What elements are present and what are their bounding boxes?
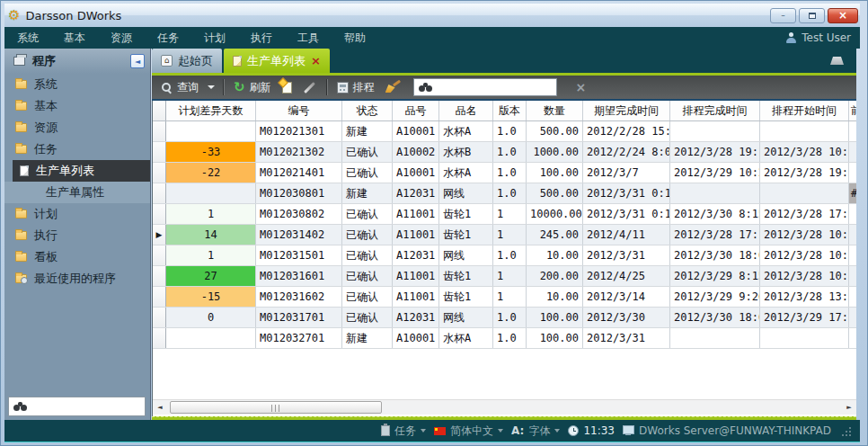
col-sched-finish[interactable]: 排程完成时间	[670, 101, 760, 120]
menu-help[interactable]: 帮助	[332, 27, 378, 49]
row-selector[interactable]	[153, 204, 166, 224]
col-status[interactable]: 状态	[342, 101, 393, 120]
sidebar-search-input[interactable]	[31, 400, 166, 413]
sidebar-item-task[interactable]: 任务	[4, 138, 150, 160]
scrollbar-thumb[interactable]	[170, 401, 382, 414]
menu-resource[interactable]: 资源	[98, 27, 145, 49]
row-selector[interactable]	[153, 308, 166, 327]
maximize-button[interactable]	[799, 8, 825, 23]
pin-tabs-icon[interactable]	[830, 57, 844, 65]
col-expected-finish[interactable]: 期望完成时间	[583, 101, 670, 120]
edit-button[interactable]	[297, 77, 322, 97]
cell: A12031	[393, 308, 439, 327]
toolbar-search-input[interactable]	[437, 81, 571, 94]
minimize-button[interactable]: –	[770, 8, 796, 23]
sidebar-item-system[interactable]: 系统	[4, 74, 150, 95]
tab-start-page[interactable]: ⌂ 起始页	[152, 49, 222, 73]
row-selector[interactable]	[153, 266, 166, 286]
table-row[interactable]: 1M012030802已确认A11001齿轮1110000.002012/3/3…	[153, 204, 856, 225]
col-plan-diff-days[interactable]: 计划差异天数	[166, 101, 256, 120]
table-row[interactable]: 27M012031601已确认A11001齿轮11200.002012/4/25…	[153, 266, 856, 287]
cell	[670, 328, 760, 348]
scroll-right-icon[interactable]: ►	[842, 400, 856, 415]
tab-production-order-list[interactable]: 生产单列表 ×	[224, 49, 330, 73]
refresh-icon: ↻	[234, 81, 245, 94]
row-selector-marker[interactable]: ▶	[153, 225, 166, 245]
col-item-name[interactable]: 品名	[439, 101, 493, 120]
sidebar-item-kanban[interactable]: 看板	[4, 246, 150, 268]
menu-basic[interactable]: 基本	[51, 27, 98, 49]
sidebar-item-execute[interactable]: 执行	[4, 225, 150, 246]
cell: 水杯A	[439, 163, 493, 183]
col-clipped[interactable]: 前	[849, 101, 856, 120]
row-selector[interactable]	[153, 287, 166, 307]
menu-execute[interactable]: 执行	[238, 27, 285, 49]
menu-system[interactable]: 系统	[4, 27, 51, 49]
scroll-left-icon[interactable]: ◄	[153, 400, 167, 415]
row-selector[interactable]	[153, 163, 166, 183]
row-selector[interactable]	[153, 142, 166, 162]
sidebar-item-resource[interactable]: 资源	[4, 117, 150, 138]
cell: A10001	[393, 328, 439, 348]
cell	[849, 245, 856, 265]
cell: 1.0	[493, 245, 527, 265]
cell: 2012/3/30 8:15	[670, 204, 760, 224]
time-value: 11:33	[583, 424, 615, 437]
query-button[interactable]: 查询	[155, 77, 204, 97]
clean-button[interactable]	[380, 77, 406, 97]
table-row[interactable]: -33M012021302已确认A10002水杯B1.01000.002012/…	[153, 142, 856, 163]
col-version[interactable]: 版本	[493, 101, 527, 120]
toolbar-search-clear-icon[interactable]: ×	[576, 81, 587, 94]
close-button[interactable]: ×	[828, 8, 858, 23]
sidebar-item-plan[interactable]: 计划	[4, 203, 150, 225]
refresh-button[interactable]: ↻ 刷新	[228, 77, 277, 97]
table-row[interactable]: M012021301新建A10001水杯A1.0500.002012/2/28 …	[153, 121, 856, 142]
table-row[interactable]: -15M012031602已确认A11001齿轮1110.002012/3/14…	[153, 287, 856, 308]
sidebar-item-basic[interactable]: 基本	[4, 95, 150, 117]
table-row[interactable]: 1M012031501已确认A12031网线1.010.002012/3/312…	[153, 245, 856, 266]
broom-icon	[385, 80, 401, 94]
folder-icon	[15, 231, 27, 240]
current-user[interactable]: Test User	[786, 31, 860, 44]
document-icon	[233, 56, 242, 67]
col-code[interactable]: 编号	[256, 101, 342, 120]
status-task[interactable]: 任务	[381, 424, 426, 439]
menu-plan[interactable]: 计划	[191, 27, 238, 49]
new-button[interactable]	[277, 77, 297, 97]
sidebar-item-recent-programs[interactable]: 最近使用的程序	[4, 268, 150, 290]
col-sched-start[interactable]: 排程开始时间	[760, 101, 849, 120]
row-selector[interactable]	[153, 183, 166, 203]
cell	[760, 328, 849, 348]
col-item-no[interactable]: 品号	[393, 101, 439, 120]
status-font[interactable]: A: 字体	[511, 424, 560, 439]
cell: 1	[493, 204, 527, 224]
table-row[interactable]: -22M012021401已确认A10001水杯A1.0100.002012/3…	[153, 163, 856, 183]
cell	[166, 328, 256, 348]
row-selector[interactable]	[153, 328, 166, 348]
schedule-button[interactable]: 排程	[332, 77, 380, 97]
query-dropdown[interactable]	[204, 77, 218, 97]
table-row[interactable]: M012032701新建A10001水杯A1.0100.002012/3/31	[153, 328, 856, 349]
status-language[interactable]: 简体中文	[434, 424, 503, 439]
row-selector[interactable]	[153, 121, 166, 141]
cell: 齿轮1	[439, 287, 493, 307]
cell: M012031701	[256, 308, 342, 327]
cell	[849, 225, 856, 245]
table-row[interactable]: 0M012031701已确认A12031网线1.0100.002012/3/30…	[153, 308, 856, 328]
resize-grip[interactable]	[841, 426, 851, 436]
tab-close-icon[interactable]: ×	[311, 55, 321, 67]
cell	[760, 121, 849, 141]
menu-tools[interactable]: 工具	[285, 27, 332, 49]
table-row[interactable]: ▶14M012031402已确认A11001齿轮11245.002012/4/1…	[153, 225, 856, 245]
table-row[interactable]: M012030801新建A12031网线1.0500.002012/3/31 0…	[153, 183, 856, 204]
menu-task[interactable]: 任务	[145, 27, 191, 49]
sidebar-collapse-button[interactable]: ◄	[130, 54, 145, 68]
cell: A10001	[393, 121, 439, 141]
sidebar-item-production-order-list[interactable]: 生产单列表	[13, 160, 150, 182]
col-qty[interactable]: 数量	[527, 101, 583, 120]
cell: A11001	[393, 225, 439, 245]
horizontal-scrollbar[interactable]: ◄ ►	[153, 399, 856, 415]
sidebar-item-production-order-properties[interactable]: 生产单属性	[4, 182, 150, 203]
row-selector[interactable]	[153, 245, 166, 265]
cell	[166, 183, 256, 203]
